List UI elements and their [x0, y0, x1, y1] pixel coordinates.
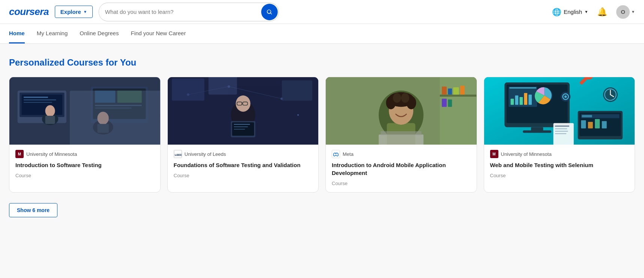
search-input[interactable] [99, 5, 260, 18]
globe-icon: 🌐 [552, 7, 561, 16]
svg-rect-67 [509, 87, 536, 88]
avatar-chevron-icon: ▼ [631, 10, 635, 14]
search-bar [99, 3, 279, 21]
language-label: English [564, 9, 582, 15]
svg-point-17 [97, 112, 108, 125]
course-card-body-3: M University of Minnesota Web and Mobile… [484, 145, 635, 184]
svg-rect-49 [442, 99, 447, 107]
section-title: Personalized Courses for You [9, 57, 635, 68]
course-card-body-2: Meta Introduction to Android Mobile Appl… [326, 145, 477, 192]
svg-rect-83 [588, 122, 593, 128]
nav-tabs: Home My Learning Online Degrees Find you… [0, 24, 644, 44]
provider-logo-0: M [15, 150, 24, 158]
svg-point-58 [401, 93, 409, 103]
svg-rect-36 [172, 78, 204, 101]
section-title-accent: You [120, 57, 137, 67]
show-more-button[interactable]: Show 6 more [9, 203, 57, 217]
notification-button[interactable]: 🔔 [594, 6, 610, 18]
svg-rect-75 [523, 130, 551, 133]
svg-rect-13 [117, 91, 142, 103]
avatar-button[interactable]: O ▼ [616, 5, 635, 19]
coursera-logo[interactable]: coursera [9, 6, 49, 18]
course-type-0: Course [15, 173, 154, 178]
svg-rect-18 [97, 124, 108, 133]
svg-rect-44 [440, 95, 477, 97]
svg-rect-69 [515, 96, 518, 105]
svg-rect-33 [233, 124, 250, 125]
svg-rect-15 [95, 108, 132, 108]
course-card-body-1: LEEDS University of Leeds Foundations of… [168, 145, 319, 184]
svg-point-23 [297, 114, 299, 116]
provider-logo-3: M [490, 150, 498, 158]
course-image-3 [484, 77, 635, 145]
svg-rect-91 [555, 126, 569, 127]
tab-find-career[interactable]: Find your New Career [131, 24, 186, 43]
search-icon [266, 9, 273, 15]
provider-logo-2 [332, 150, 340, 158]
svg-rect-68 [510, 99, 514, 105]
svg-rect-10 [91, 87, 148, 123]
tab-online-degrees[interactable]: Online Degrees [80, 24, 119, 43]
course-card-0[interactable]: M University of Minnesota Introduction t… [9, 77, 161, 193]
svg-rect-6 [24, 102, 52, 103]
svg-rect-5 [24, 100, 56, 100]
header: coursera Explore ▼ 🌐 English ▼ 🔔 O ▼ [0, 0, 644, 24]
course-image-2 [326, 77, 477, 145]
course-card-1[interactable]: LEEDS University of Leeds Foundations of… [167, 77, 319, 193]
provider-name-1: University of Leeds [185, 151, 226, 157]
svg-rect-71 [524, 93, 527, 105]
svg-point-97 [564, 96, 567, 98]
svg-point-16 [93, 120, 113, 135]
svg-rect-93 [555, 131, 568, 132]
course-title-1: Foundations of Software Testing and Vali… [174, 161, 313, 169]
avatar: O [616, 5, 630, 19]
svg-rect-11 [93, 88, 146, 119]
course-type-3: Course [490, 173, 629, 178]
tab-home[interactable]: Home [9, 24, 25, 43]
provider-row-2: Meta [332, 150, 471, 158]
svg-rect-94 [555, 133, 566, 134]
bell-icon: 🔔 [597, 7, 607, 16]
course-card-2[interactable]: Meta Introduction to Android Mobile Appl… [325, 77, 477, 193]
show-more-label: Show 6 more [17, 207, 50, 213]
provider-logo-1: LEEDS [174, 150, 182, 158]
section-title-plain: Personalized Courses for [9, 57, 120, 67]
explore-button[interactable]: Explore ▼ [55, 6, 93, 18]
provider-row-1: LEEDS University of Leeds [174, 150, 313, 158]
svg-rect-46 [448, 88, 452, 94]
svg-rect-12 [95, 91, 115, 103]
course-type-1: Course [174, 173, 313, 178]
chevron-down-icon: ▼ [83, 10, 87, 14]
provider-name-0: University of Minnesota [26, 151, 77, 157]
course-card-3[interactable]: M University of Minnesota Web and Mobile… [484, 77, 635, 193]
svg-rect-70 [519, 97, 523, 105]
svg-rect-82 [581, 120, 586, 129]
language-selector[interactable]: 🌐 English ▼ [552, 7, 588, 16]
course-title-2: Introduction to Android Mobile Applicati… [332, 161, 471, 177]
course-image-1 [168, 77, 319, 145]
svg-rect-35 [233, 129, 245, 130]
provider-row-0: M University of Minnesota [15, 150, 154, 158]
main-content: Personalized Courses for You [0, 44, 644, 278]
svg-point-8 [45, 105, 55, 117]
tab-my-learning[interactable]: My Learning [37, 24, 68, 43]
provider-name-3: University of Minnesota [501, 151, 552, 157]
svg-rect-9 [45, 116, 55, 124]
course-type-2: Course [332, 181, 471, 186]
svg-rect-4 [24, 97, 48, 98]
svg-rect-45 [442, 87, 447, 95]
svg-rect-72 [528, 95, 532, 105]
svg-rect-38 [281, 81, 312, 101]
svg-text:LEEDS: LEEDS [175, 153, 181, 157]
language-chevron-icon: ▼ [584, 10, 588, 14]
svg-rect-84 [595, 119, 600, 129]
course-title-0: Introduction to Software Testing [15, 161, 154, 169]
svg-rect-48 [460, 86, 465, 95]
course-title-3: Web and Mobile Testing with Selenium [490, 161, 629, 169]
svg-rect-81 [582, 115, 592, 118]
svg-point-27 [236, 96, 250, 112]
svg-rect-50 [448, 100, 452, 107]
explore-label: Explore [60, 9, 81, 15]
svg-rect-37 [208, 77, 237, 95]
search-button[interactable] [261, 4, 278, 20]
